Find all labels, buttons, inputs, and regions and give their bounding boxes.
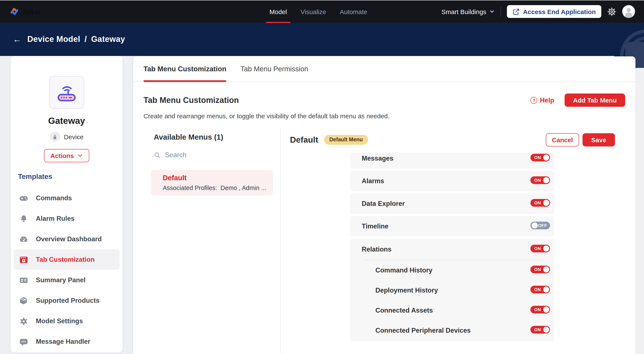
tab-gear-icon (19, 255, 28, 264)
model-sidebar-card: Gateway Device Actions Templates (11, 56, 122, 353)
page-title: Tab Menu Customization (144, 96, 239, 105)
id-card-icon (19, 276, 28, 284)
menu-row-connected-assets: Connected Assets ON (350, 300, 554, 320)
sidebar-item-label: Tab Customization (36, 256, 94, 264)
access-end-application-label: Access End Application (523, 8, 596, 15)
access-end-application-button[interactable]: Access End Application (507, 5, 601, 18)
sidebar-item-summary-panel[interactable]: Summary Panel (14, 270, 120, 290)
actions-button[interactable]: Actions (44, 149, 89, 162)
data-explorer-toggle[interactable]: ON (530, 199, 550, 207)
templates-section-title: Templates (18, 172, 122, 181)
menu-row-deployment-history: Deployment History ON (350, 280, 554, 300)
chevron-down-icon (489, 9, 494, 14)
sidebar-item-message-handler[interactable]: Message Handler (14, 331, 120, 352)
zylker-logo-icon (10, 7, 19, 16)
tab-bar: Tab Menu Customization Tab Menu Permissi… (133, 56, 636, 82)
gamepad-icon (19, 194, 28, 202)
primary-nav: Model Visualize Automate (270, 0, 367, 23)
nav-item-visualize[interactable]: Visualize (301, 0, 326, 23)
topbar-divider (500, 6, 501, 17)
user-avatar[interactable] (622, 5, 635, 18)
sidebar-item-label: Alarm Rules (36, 215, 74, 222)
chevron-down-icon (77, 153, 83, 158)
add-tab-menu-button[interactable]: Add Tab Menu (564, 94, 625, 107)
model-icon-tile (49, 76, 84, 109)
messages-toggle[interactable]: ON (530, 154, 550, 162)
device-icon (50, 132, 60, 142)
tab-menu-customization-tab[interactable]: Tab Menu Customization (144, 56, 226, 82)
back-arrow-icon[interactable]: ← (13, 35, 21, 44)
page-description: Create and rearrange menus, or toggle th… (144, 112, 625, 120)
menu-row-messages: Messages ON (350, 153, 554, 169)
top-navigation-bar: Zylker Model Visualize Automate Smart Bu… (0, 0, 644, 23)
sidebar-item-commands[interactable]: Commands (14, 188, 120, 208)
person-icon (622, 5, 635, 18)
menu-editor-panel: Default Default Menu Cancel Save Message… (280, 127, 636, 354)
menu-row-connected-peripheral-devices: Connected Peripheral Devices ON (350, 320, 554, 340)
sidebar-item-label: Model Settings (36, 317, 83, 325)
help-link[interactable]: ? Help (530, 96, 554, 104)
associated-profiles: Associated Profiles: Demo , Admin ... (163, 185, 267, 191)
connected-peripheral-devices-toggle[interactable]: ON (530, 326, 550, 333)
menu-row-relations: Relations ON (350, 241, 554, 258)
help-label: Help (540, 96, 554, 104)
settings-gear-icon[interactable] (607, 7, 616, 16)
sidebar-item-label: Overview Dashboard (36, 235, 102, 243)
sidebar-item-label: Message Handler (36, 338, 90, 346)
sidebar-item-supported-products[interactable]: Supported Products (14, 290, 120, 311)
bell-icon (19, 214, 28, 223)
gear-icon (19, 317, 28, 326)
save-button[interactable]: Save (582, 133, 615, 146)
application-window: Zylker Model Visualize Automate Smart Bu… (0, 0, 644, 354)
package-box-icon (19, 296, 28, 305)
model-type-row: Device (11, 132, 122, 142)
sidebar-item-label: Supported Products (36, 297, 100, 304)
sidebar-item-label: Commands (36, 194, 72, 202)
sidebar-item-model-settings[interactable]: Model Settings (14, 311, 120, 331)
search-input[interactable] (165, 151, 250, 159)
menu-row-data-explorer: Data Explorer ON (350, 194, 554, 214)
model-type-label: Device (64, 133, 84, 140)
templates-nav-list: Commands Alarm Rules Overview Dashboard (11, 188, 122, 352)
main-content-card: Tab Menu Customization Tab Menu Permissi… (133, 56, 636, 354)
actions-label: Actions (50, 152, 74, 159)
search-row (154, 151, 280, 159)
gauge-icon (19, 235, 28, 244)
brand-name: Zylker (22, 8, 41, 15)
sidebar-item-label: Summary Panel (36, 276, 86, 284)
router-icon (56, 83, 77, 102)
deployment-history-toggle[interactable]: ON (530, 286, 550, 293)
page-header: Tab Menu Customization ? Help Add Tab Me… (133, 82, 636, 120)
menu-name: Default (163, 174, 267, 182)
breadcrumb-current: Gateway (91, 34, 125, 44)
timeline-toggle[interactable]: OFF (530, 222, 550, 229)
breadcrumb-title: Device Model / Gateway (27, 34, 125, 44)
nav-item-automate[interactable]: Automate (340, 0, 367, 23)
connected-assets-toggle[interactable]: ON (530, 306, 550, 313)
org-switcher[interactable]: Smart Buildings (441, 8, 494, 15)
available-menus-title: Available Menus (1) (154, 133, 280, 141)
alarms-toggle[interactable]: ON (530, 176, 550, 184)
sidebar-item-tab-customization[interactable]: Tab Customization (14, 250, 120, 270)
search-icon (154, 152, 161, 159)
help-question-icon: ? (530, 97, 537, 104)
tab-menu-permission-tab[interactable]: Tab Menu Permission (240, 56, 308, 82)
page-scrollbar[interactable] (636, 68, 644, 354)
breadcrumb-separator: / (84, 34, 87, 44)
available-menu-item-default[interactable]: Default Associated Profiles: Demo , Admi… (151, 170, 273, 196)
breadcrumb-section[interactable]: Device Model (27, 34, 80, 44)
nav-item-model[interactable]: Model (270, 0, 287, 23)
command-history-toggle[interactable]: ON (530, 266, 550, 273)
brand[interactable]: Zylker (10, 7, 41, 16)
org-name: Smart Buildings (441, 8, 486, 15)
sidebar-item-overview-dashboard[interactable]: Overview Dashboard (14, 229, 120, 250)
model-name: Gateway (11, 116, 122, 126)
editor-header: Default Default Menu Cancel Save (290, 133, 615, 146)
menu-row-timeline: Timeline OFF (350, 216, 554, 236)
editor-menu-name: Default (290, 135, 318, 144)
relations-toggle[interactable]: ON (530, 245, 550, 252)
content-panels: Available Menus (1) Default Associated P… (133, 127, 636, 354)
sidebar-item-alarm-rules[interactable]: Alarm Rules (14, 208, 120, 229)
default-menu-badge: Default Menu (324, 135, 368, 144)
cancel-button[interactable]: Cancel (546, 133, 579, 146)
